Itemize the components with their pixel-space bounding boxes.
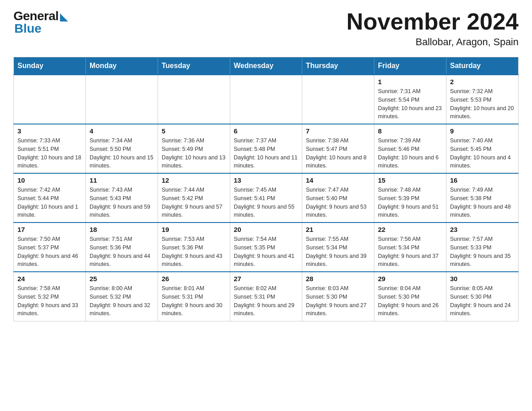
- day-number: 20: [234, 226, 298, 233]
- calendar-cell: 21Sunrise: 7:55 AM Sunset: 5:34 PM Dayli…: [302, 223, 374, 272]
- day-info: Sunrise: 7:49 AM Sunset: 5:38 PM Dayligh…: [450, 186, 515, 219]
- day-number: 2: [450, 78, 515, 86]
- week-row-5: 24Sunrise: 7:58 AM Sunset: 5:32 PM Dayli…: [14, 272, 519, 321]
- day-info: Sunrise: 8:05 AM Sunset: 5:30 PM Dayligh…: [450, 284, 515, 318]
- day-info: Sunrise: 7:31 AM Sunset: 5:54 PM Dayligh…: [378, 87, 442, 121]
- calendar-cell: 24Sunrise: 7:58 AM Sunset: 5:32 PM Dayli…: [14, 272, 86, 321]
- page-header: General Blue November 2024 Ballobar, Ara…: [13, 9, 519, 48]
- day-info: Sunrise: 8:03 AM Sunset: 5:30 PM Dayligh…: [306, 284, 370, 318]
- day-info: Sunrise: 8:04 AM Sunset: 5:30 PM Dayligh…: [378, 284, 442, 318]
- day-number: 12: [162, 176, 226, 184]
- header-wednesday: Wednesday: [230, 57, 302, 75]
- calendar-cell: [14, 75, 86, 124]
- week-row-1: 1Sunrise: 7:31 AM Sunset: 5:54 PM Daylig…: [14, 75, 519, 124]
- day-number: 10: [17, 176, 82, 184]
- day-info: Sunrise: 7:38 AM Sunset: 5:47 PM Dayligh…: [306, 137, 370, 170]
- day-number: 28: [306, 275, 370, 283]
- day-info: Sunrise: 7:50 AM Sunset: 5:37 PM Dayligh…: [17, 235, 82, 269]
- calendar-cell: 9Sunrise: 7:40 AM Sunset: 5:45 PM Daylig…: [446, 124, 519, 173]
- day-info: Sunrise: 7:44 AM Sunset: 5:42 PM Dayligh…: [162, 186, 226, 219]
- day-info: Sunrise: 7:39 AM Sunset: 5:46 PM Dayligh…: [378, 137, 442, 170]
- logo-blue-text: Blue: [14, 21, 42, 36]
- day-number: 14: [306, 176, 370, 184]
- day-info: Sunrise: 7:37 AM Sunset: 5:48 PM Dayligh…: [234, 137, 298, 170]
- calendar-cell: [230, 75, 302, 124]
- calendar-cell: 8Sunrise: 7:39 AM Sunset: 5:46 PM Daylig…: [374, 124, 446, 173]
- calendar-cell: 25Sunrise: 8:00 AM Sunset: 5:32 PM Dayli…: [86, 272, 158, 321]
- day-info: Sunrise: 7:36 AM Sunset: 5:49 PM Dayligh…: [162, 137, 226, 170]
- day-number: 18: [90, 226, 154, 233]
- calendar-cell: [302, 75, 374, 124]
- day-info: Sunrise: 7:32 AM Sunset: 5:53 PM Dayligh…: [450, 87, 515, 121]
- day-number: 3: [17, 127, 82, 135]
- day-number: 24: [17, 275, 82, 283]
- day-info: Sunrise: 7:42 AM Sunset: 5:44 PM Dayligh…: [17, 186, 82, 219]
- header-saturday: Saturday: [446, 57, 519, 75]
- calendar-cell: 29Sunrise: 8:04 AM Sunset: 5:30 PM Dayli…: [374, 272, 446, 321]
- day-info: Sunrise: 8:01 AM Sunset: 5:31 PM Dayligh…: [162, 284, 226, 318]
- calendar-cell: 10Sunrise: 7:42 AM Sunset: 5:44 PM Dayli…: [14, 173, 86, 223]
- header-tuesday: Tuesday: [158, 57, 230, 75]
- week-row-4: 17Sunrise: 7:50 AM Sunset: 5:37 PM Dayli…: [14, 223, 519, 272]
- calendar-cell: 22Sunrise: 7:56 AM Sunset: 5:34 PM Dayli…: [374, 223, 446, 272]
- header-sunday: Sunday: [14, 57, 86, 75]
- day-number: 1: [378, 78, 442, 86]
- day-number: 4: [90, 127, 154, 135]
- calendar-cell: 26Sunrise: 8:01 AM Sunset: 5:31 PM Dayli…: [158, 272, 230, 321]
- day-number: 21: [306, 226, 370, 233]
- calendar-cell: 19Sunrise: 7:53 AM Sunset: 5:36 PM Dayli…: [158, 223, 230, 272]
- day-number: 30: [450, 275, 515, 283]
- calendar-cell: 13Sunrise: 7:45 AM Sunset: 5:41 PM Dayli…: [230, 173, 302, 223]
- day-info: Sunrise: 7:48 AM Sunset: 5:39 PM Dayligh…: [378, 186, 442, 219]
- day-info: Sunrise: 7:34 AM Sunset: 5:50 PM Dayligh…: [90, 137, 154, 170]
- day-info: Sunrise: 8:00 AM Sunset: 5:32 PM Dayligh…: [90, 284, 154, 318]
- main-title: November 2024: [347, 9, 519, 34]
- calendar-cell: 11Sunrise: 7:43 AM Sunset: 5:43 PM Dayli…: [86, 173, 158, 223]
- day-info: Sunrise: 7:45 AM Sunset: 5:41 PM Dayligh…: [234, 186, 298, 219]
- calendar-cell: 23Sunrise: 7:57 AM Sunset: 5:33 PM Dayli…: [446, 223, 519, 272]
- calendar-cell: 7Sunrise: 7:38 AM Sunset: 5:47 PM Daylig…: [302, 124, 374, 173]
- day-info: Sunrise: 7:43 AM Sunset: 5:43 PM Dayligh…: [90, 186, 154, 219]
- day-info: Sunrise: 7:54 AM Sunset: 5:35 PM Dayligh…: [234, 235, 298, 269]
- header-thursday: Thursday: [302, 57, 374, 75]
- day-number: 9: [450, 127, 515, 135]
- calendar-cell: 5Sunrise: 7:36 AM Sunset: 5:49 PM Daylig…: [158, 124, 230, 173]
- day-number: 11: [90, 176, 154, 184]
- week-row-2: 3Sunrise: 7:33 AM Sunset: 5:51 PM Daylig…: [14, 124, 519, 173]
- day-info: Sunrise: 7:58 AM Sunset: 5:32 PM Dayligh…: [17, 284, 82, 318]
- title-block: November 2024 Ballobar, Aragon, Spain: [347, 9, 519, 48]
- calendar-cell: 3Sunrise: 7:33 AM Sunset: 5:51 PM Daylig…: [14, 124, 86, 173]
- day-number: 23: [450, 226, 515, 233]
- day-info: Sunrise: 7:55 AM Sunset: 5:34 PM Dayligh…: [306, 235, 370, 269]
- day-info: Sunrise: 8:02 AM Sunset: 5:31 PM Dayligh…: [234, 284, 298, 318]
- calendar-cell: 14Sunrise: 7:47 AM Sunset: 5:40 PM Dayli…: [302, 173, 374, 223]
- logo-arrow-icon: [60, 13, 68, 21]
- calendar-cell: 1Sunrise: 7:31 AM Sunset: 5:54 PM Daylig…: [374, 75, 446, 124]
- calendar-cell: 18Sunrise: 7:51 AM Sunset: 5:36 PM Dayli…: [86, 223, 158, 272]
- day-number: 22: [378, 226, 442, 233]
- calendar-header: SundayMondayTuesdayWednesdayThursdayFrid…: [14, 57, 519, 75]
- calendar-cell: [158, 75, 230, 124]
- day-number: 29: [378, 275, 442, 283]
- week-row-3: 10Sunrise: 7:42 AM Sunset: 5:44 PM Dayli…: [14, 173, 519, 223]
- header-row: SundayMondayTuesdayWednesdayThursdayFrid…: [14, 57, 519, 75]
- day-info: Sunrise: 7:51 AM Sunset: 5:36 PM Dayligh…: [90, 235, 154, 269]
- day-number: 7: [306, 127, 370, 135]
- day-number: 13: [234, 176, 298, 184]
- day-info: Sunrise: 7:33 AM Sunset: 5:51 PM Dayligh…: [17, 137, 82, 170]
- day-info: Sunrise: 7:57 AM Sunset: 5:33 PM Dayligh…: [450, 235, 515, 269]
- calendar-cell: 16Sunrise: 7:49 AM Sunset: 5:38 PM Dayli…: [446, 173, 519, 223]
- calendar-cell: 30Sunrise: 8:05 AM Sunset: 5:30 PM Dayli…: [446, 272, 519, 321]
- calendar-cell: 20Sunrise: 7:54 AM Sunset: 5:35 PM Dayli…: [230, 223, 302, 272]
- day-number: 6: [234, 127, 298, 135]
- day-number: 8: [378, 127, 442, 135]
- calendar-cell: 28Sunrise: 8:03 AM Sunset: 5:30 PM Dayli…: [302, 272, 374, 321]
- logo: General Blue: [13, 9, 68, 36]
- day-number: 17: [17, 226, 82, 233]
- calendar-cell: 2Sunrise: 7:32 AM Sunset: 5:53 PM Daylig…: [446, 75, 519, 124]
- day-info: Sunrise: 7:40 AM Sunset: 5:45 PM Dayligh…: [450, 137, 515, 170]
- day-info: Sunrise: 7:53 AM Sunset: 5:36 PM Dayligh…: [162, 235, 226, 269]
- calendar-body: 1Sunrise: 7:31 AM Sunset: 5:54 PM Daylig…: [14, 75, 519, 321]
- calendar-cell: 27Sunrise: 8:02 AM Sunset: 5:31 PM Dayli…: [230, 272, 302, 321]
- subtitle: Ballobar, Aragon, Spain: [347, 36, 519, 48]
